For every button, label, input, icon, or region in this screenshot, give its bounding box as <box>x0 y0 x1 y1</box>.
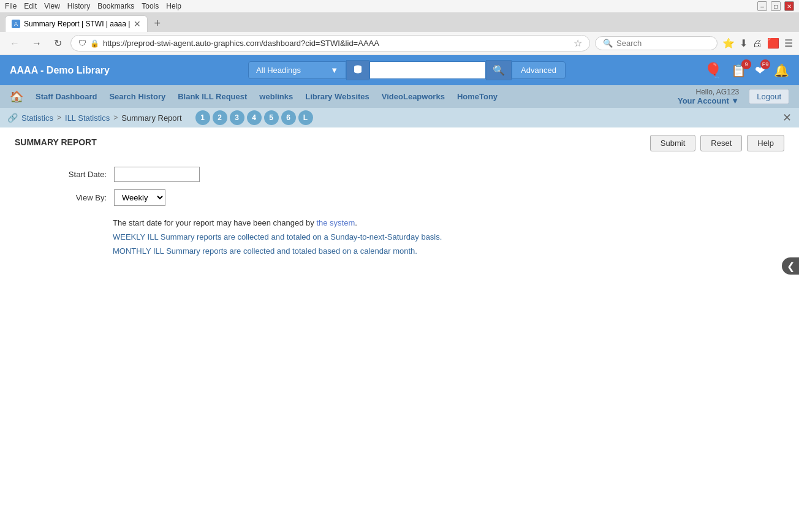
pagination: 1 2 3 4 5 6 L <box>195 110 313 125</box>
breadcrumb-statistics[interactable]: Statistics <box>21 113 53 123</box>
view-by-select[interactable]: Weekly Monthly <box>114 189 165 206</box>
nav-search-history[interactable]: Search History <box>104 89 170 104</box>
info-line-2: WEEKLY ILL Summary reports are collected… <box>113 232 784 241</box>
page-btn-l[interactable]: L <box>298 110 313 125</box>
database-icon[interactable] <box>346 60 369 80</box>
balloon-icon: 🎈 <box>704 62 722 79</box>
search-go-button[interactable]: 🔍 <box>486 60 512 80</box>
bookmarks-sidebar-icon[interactable]: ⭐ <box>722 37 735 49</box>
close-breadcrumb-button[interactable]: ✕ <box>782 111 792 124</box>
browser-search-input[interactable] <box>616 39 702 48</box>
url-input[interactable] <box>103 39 570 48</box>
info-text: The start date for your report may have … <box>113 218 784 256</box>
reload-button[interactable]: ↻ <box>50 36 66 50</box>
breadcrumb-ill-statistics[interactable]: ILL Statistics <box>65 113 110 123</box>
app-logo: AAAA - Demo Library <box>10 65 110 76</box>
page-btn-2[interactable]: 2 <box>213 110 227 125</box>
heading-select-arrow: ▼ <box>330 66 338 75</box>
chevron-left-icon: ❮ <box>787 260 795 271</box>
active-tab[interactable]: A Summary Report | STWI | aaaa | ✕ <box>5 15 148 32</box>
page-btn-6[interactable]: 6 <box>281 110 296 125</box>
menu-bookmarks[interactable]: Bookmarks <box>97 2 134 10</box>
advanced-search-button[interactable]: Advanced <box>512 61 566 79</box>
menu-file[interactable]: File <box>5 2 17 10</box>
view-by-label: View By: <box>51 193 107 202</box>
help-button[interactable]: Help <box>747 135 784 151</box>
info-line-1: The start date for your report may have … <box>113 218 784 227</box>
start-date-row: Start Date: <box>51 167 784 182</box>
breadcrumb-current: Summary Report <box>121 113 181 123</box>
browser-menu-bar: File Edit View History Bookmarks Tools H… <box>0 0 799 13</box>
tab-label: Summary Report | STWI | aaaa | <box>24 20 130 28</box>
search-icon: 🔍 <box>603 39 613 48</box>
window-controls: – □ ✕ <box>757 1 794 11</box>
forward-button[interactable]: → <box>28 37 45 50</box>
nav-hometony[interactable]: HomeTony <box>452 89 502 104</box>
back-button[interactable]: ← <box>6 37 23 50</box>
browser-search-box[interactable]: 🔍 <box>595 36 718 50</box>
bookmark-icon[interactable]: ☆ <box>574 37 582 49</box>
maximize-button[interactable]: □ <box>771 1 781 11</box>
toolbar-icons: ⭐ ⬇ 🖨 🟥 ☰ <box>722 37 793 49</box>
print-icon[interactable]: 🖨 <box>752 38 762 49</box>
action-buttons: Submit Reset Help <box>650 135 784 151</box>
reset-button[interactable]: Reset <box>700 135 742 151</box>
app-header: AAAA - Demo Library All Headings ▼ 🔍 Adv… <box>0 55 799 85</box>
search-area: All Headings ▼ 🔍 Advanced <box>119 60 694 80</box>
menu-icon[interactable]: ☰ <box>784 37 793 49</box>
breadcrumb-bar: 🔗 Statistics > ILL Statistics > Summary … <box>0 108 799 127</box>
sidebar-toggle-button[interactable]: ❮ <box>782 257 799 270</box>
lock-icon: 🔒 <box>90 39 99 48</box>
header-icons: 🎈 📋 9 ❤ F9 🔔 <box>704 62 789 79</box>
nav-videoleapworks[interactable]: VideoLeapworks <box>377 89 450 104</box>
nav-staff-dashboard[interactable]: Staff Dashboard <box>31 89 102 104</box>
new-tab-button[interactable]: + <box>150 17 164 30</box>
heading-select[interactable]: All Headings ▼ <box>248 61 346 79</box>
tab-close-button[interactable]: ✕ <box>134 19 141 29</box>
page-btn-1[interactable]: 1 <box>195 110 210 125</box>
favorites-badge: F9 <box>760 59 770 69</box>
heading-select-label: All Headings <box>256 66 301 75</box>
minimize-button[interactable]: – <box>757 1 767 11</box>
address-bar: ← → ↻ 🛡 🔒 ☆ 🔍 ⭐ ⬇ 🖨 🟥 ☰ <box>0 32 799 55</box>
tab-bar: A Summary Report | STWI | aaaa | ✕ + <box>0 13 799 32</box>
menu-edit[interactable]: Edit <box>24 2 37 10</box>
breadcrumb-sep-2: > <box>113 113 118 122</box>
breadcrumb-link-icon: 🔗 <box>7 113 18 123</box>
start-date-input[interactable] <box>114 167 200 182</box>
nav-library-websites[interactable]: Library Websites <box>300 89 374 104</box>
pocket-icon[interactable]: 🟥 <box>767 37 779 49</box>
content-area: SUMMARY REPORT Submit Reset Help Start D… <box>0 127 799 270</box>
menu-tools[interactable]: Tools <box>142 2 159 10</box>
submit-button[interactable]: Submit <box>650 135 695 151</box>
download-icon[interactable]: ⬇ <box>740 37 748 49</box>
account-area: Hello, AG123 Your Account ▼ <box>678 88 739 105</box>
menu-history[interactable]: History <box>67 2 90 10</box>
close-button[interactable]: ✕ <box>784 1 794 11</box>
start-date-label: Start Date: <box>51 170 107 179</box>
nav-blank-ill[interactable]: Blank ILL Request <box>173 89 252 104</box>
url-bar[interactable]: 🛡 🔒 ☆ <box>70 35 590 51</box>
account-hello: Hello, AG123 <box>678 88 739 96</box>
nav-home-icon[interactable]: 🏠 <box>10 90 23 104</box>
notifications-button[interactable]: 🔔 <box>774 63 789 78</box>
page-btn-5[interactable]: 5 <box>264 110 279 125</box>
lists-button[interactable]: 📋 9 <box>731 63 746 78</box>
view-by-row: View By: Weekly Monthly <box>51 189 784 206</box>
page-title: SUMMARY REPORT <box>15 137 97 147</box>
breadcrumb-sep-1: > <box>57 113 61 122</box>
nav-bar: 🏠 Staff Dashboard Search History Blank I… <box>0 85 799 108</box>
menu-view[interactable]: View <box>44 2 60 10</box>
main-search-input[interactable] <box>369 61 486 79</box>
logout-button[interactable]: Logout <box>749 89 789 104</box>
nav-weblinks[interactable]: weblinks <box>254 89 298 104</box>
page-btn-4[interactable]: 4 <box>247 110 262 125</box>
page-btn-3[interactable]: 3 <box>230 110 244 125</box>
bell-icon: 🔔 <box>774 64 789 77</box>
menu-help[interactable]: Help <box>166 2 181 10</box>
info-line-3: MONTHLY ILL Summary reports are collecte… <box>113 246 784 256</box>
favorites-button[interactable]: ❤ F9 <box>755 63 765 78</box>
your-account-button[interactable]: Your Account ▼ <box>678 96 739 105</box>
shield-icon: 🛡 <box>78 39 86 48</box>
system-link[interactable]: the system <box>316 218 355 227</box>
